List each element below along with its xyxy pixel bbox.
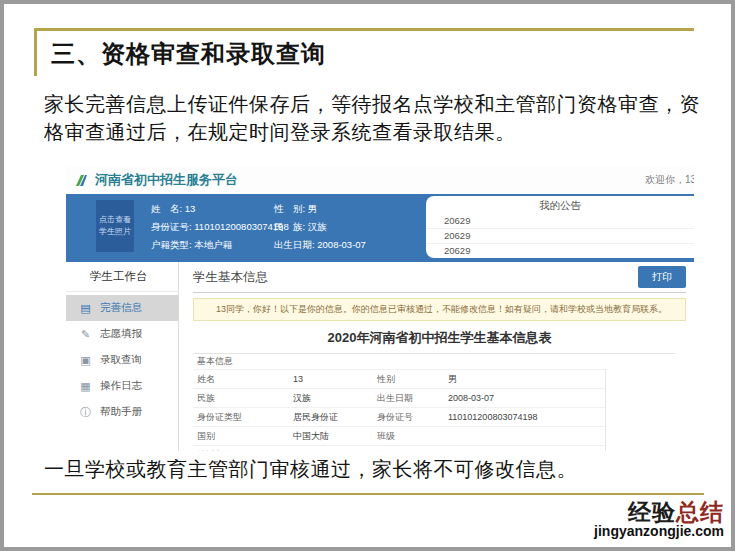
sidebar-title: 学生工作台	[66, 262, 178, 292]
sidebar-item-label: 完善信息	[100, 301, 142, 315]
sidebar-menu: ▤ 完善信息 ✎ 志愿填报 ▣ 录取查询 ▦ 操作日志	[66, 292, 178, 425]
app-header: 河南省初中招生服务平台 欢迎你，13	[66, 166, 694, 194]
slide: 三、资格审查和录取查询 家长完善信息上传证件保存后，等待报名点学校和主管部门资格…	[0, 0, 735, 551]
sidebar-item-label: 操作日志	[100, 379, 142, 393]
watermark: 经验总结 jingyanzongjie.com	[594, 500, 724, 539]
log-calendar-icon: ▦	[79, 380, 92, 393]
photo-column-divider	[605, 369, 606, 451]
announcements-panel: 我的公告 20629 20629 20629 20629	[426, 196, 694, 258]
table-row: 就近入学代码 学籍号	[193, 445, 605, 451]
cell-label: 出生日期	[373, 389, 448, 407]
table-row: 身份证类型 居民身份证 身份证号 110101200803074198	[193, 407, 605, 426]
cell-value: 汉族	[293, 389, 373, 407]
sidebar-item-label: 志愿填报	[100, 327, 142, 341]
divider-line	[32, 493, 704, 495]
watermark-domain: jingyanzongjie.com	[594, 524, 724, 539]
table-row: 姓名 13 性别 男	[193, 369, 605, 388]
watermark-text-red: 总结	[676, 499, 724, 525]
watermark-logo-text: 经验总结	[594, 500, 724, 524]
sidebar-item-help-manual[interactable]: ⓘ 帮助手册	[66, 399, 178, 425]
field-gender: 性 别: 男	[274, 204, 366, 214]
sidebar-item-operation-log[interactable]: ▦ 操作日志	[66, 373, 178, 399]
platform-logo-icon	[74, 173, 89, 188]
student-fields-col2: 性 别: 男 民 族: 汉族 出生日期: 2008-03-07	[274, 204, 366, 250]
table-row: 国别 中国大陆 班级	[193, 426, 605, 445]
cell-label: 性别	[373, 370, 448, 388]
slide-title-box: 三、资格审查和录取查询	[34, 28, 694, 76]
main-titlebar: 学生基本信息 打印	[193, 262, 686, 293]
cell-value: 男	[448, 370, 605, 388]
cell-label: 姓名	[193, 370, 293, 388]
cell-value	[448, 446, 605, 451]
cell-value: 居民身份证	[293, 408, 373, 426]
id-card-icon: ▤	[79, 302, 92, 315]
student-fields-col1: 姓 名: 13 身份证号: 110101200803074198 户籍类型: 本…	[151, 204, 289, 250]
platform-title: 河南省初中招生服务平台	[95, 171, 238, 189]
sidebar-item-label: 录取查询	[100, 353, 142, 367]
conclusion-text: 一旦学校或教育主管部门审核通过，家长将不可修改信息。	[44, 456, 724, 483]
student-photo-placeholder[interactable]: 点击查看学生照片	[96, 200, 134, 252]
intro-text: 家长完善信息上传证件保存后，等待报名点学校和主管部门资格审查，资格审查通过后，在…	[44, 90, 706, 147]
print-button[interactable]: 打印	[638, 266, 686, 288]
announcement-item[interactable]: 20629	[426, 214, 694, 229]
search-doc-icon: ▣	[79, 354, 92, 367]
table-section-header: 基本信息	[193, 354, 609, 369]
sidebar-item-volunteer[interactable]: ✎ 志愿填报	[66, 321, 178, 347]
cell-label: 就近入学代码	[193, 446, 293, 451]
form-title: 2020年河南省初中招生学生基本信息表	[193, 321, 686, 353]
announcement-item[interactable]: 20629	[426, 229, 694, 244]
student-info-table: 基本信息 姓名 13 性别 男 民族 汉族 出生日期 2008-03-07	[193, 353, 675, 451]
cell-label: 身份证类型	[193, 408, 293, 426]
cell-label: 国别	[193, 427, 293, 445]
field-household-type: 户籍类型: 本地户籍	[151, 240, 289, 250]
table-row: 民族 汉族 出生日期 2008-03-07	[193, 388, 605, 407]
field-id-number: 身份证号: 110101200803074198	[151, 222, 289, 232]
field-name: 姓 名: 13	[151, 204, 289, 214]
app-content: 学生工作台 ▤ 完善信息 ✎ 志愿填报 ▣ 录取查询 ▦	[66, 262, 694, 451]
sidebar-item-profile[interactable]: ▤ 完善信息	[66, 295, 178, 321]
field-ethnicity: 民 族: 汉族	[274, 222, 366, 232]
announcement-item[interactable]: 20629	[426, 244, 694, 258]
sidebar-item-admission-query[interactable]: ▣ 录取查询	[66, 347, 178, 373]
cell-value: 中国大陆	[293, 427, 373, 445]
cell-value: 110101200803074198	[448, 408, 605, 426]
cell-label: 班级	[373, 427, 448, 445]
cell-value	[448, 427, 605, 445]
welcome-text: 欢迎你，13	[645, 173, 694, 187]
field-birthdate: 出生日期: 2008-03-07	[274, 240, 366, 250]
cell-value: 2008-03-07	[448, 389, 605, 407]
cell-value: 13	[293, 370, 373, 388]
review-notice: 13同学，你好！以下是你的信息。你的信息已审核通过，不能修改信息！如有疑问，请和…	[193, 298, 686, 321]
page-title: 三、资格审查和录取查询	[37, 38, 326, 70]
cell-value	[293, 446, 373, 451]
main-panel: 学生基本信息 打印 13同学，你好！以下是你的信息。你的信息已审核通过，不能修改…	[179, 262, 694, 451]
cell-label: 民族	[193, 389, 293, 407]
watermark-text-black: 经验	[628, 499, 676, 525]
app-screenshot: 河南省初中招生服务平台 欢迎你，13 点击查看学生照片 姓 名: 13 身份证号…	[66, 166, 694, 451]
form-edit-icon: ✎	[79, 328, 92, 341]
sidebar-item-label: 帮助手册	[100, 405, 142, 419]
section-title: 学生基本信息	[193, 269, 268, 286]
cell-label: 身份证号	[373, 408, 448, 426]
sidebar: 学生工作台 ▤ 完善信息 ✎ 志愿填报 ▣ 录取查询 ▦	[66, 262, 179, 451]
student-banner: 点击查看学生照片 姓 名: 13 身份证号: 11010120080307419…	[66, 194, 694, 262]
help-circle-icon: ⓘ	[79, 405, 92, 420]
cell-label: 学籍号	[373, 446, 448, 451]
announcements-title: 我的公告	[426, 196, 694, 214]
